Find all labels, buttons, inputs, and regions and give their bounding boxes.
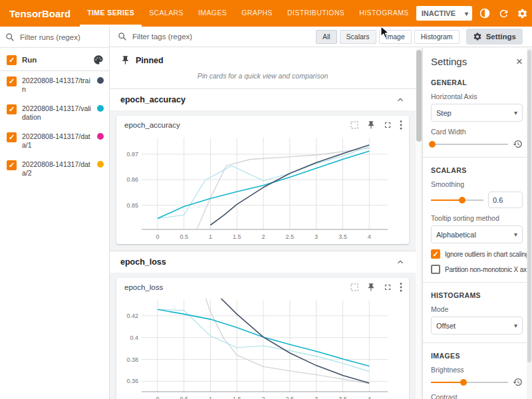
scrollbar-thumb[interactable]	[527, 50, 531, 362]
chip-image[interactable]: Image	[379, 30, 412, 44]
filter-tags-input[interactable]	[131, 32, 213, 41]
tooltip-sort-label: Tooltip sorting method	[431, 214, 523, 222]
chevron-up-icon[interactable]	[396, 257, 405, 267]
card-width-slider[interactable]	[431, 140, 508, 149]
pinned-title: Pinned	[136, 56, 164, 65]
svg-text:2: 2	[261, 233, 265, 240]
run-row-validation[interactable]: ✓ 20220808-141317/validation	[0, 99, 109, 127]
tab-graphs[interactable]: GRAPHS	[234, 0, 280, 27]
run-row-data1[interactable]: ✓ 20220808-141317/data/1	[0, 127, 109, 155]
run-color-dot	[97, 77, 104, 84]
pinned-empty-hint: Pin cards for a quick view and compariso…	[110, 68, 416, 88]
partition-x-label: Partition non-monotonic X axis	[445, 266, 531, 273]
chevron-down-icon: ▾	[514, 322, 517, 329]
section-header-epoch-loss[interactable]: epoch_loss	[110, 251, 416, 273]
pin-card-icon[interactable]	[366, 283, 376, 292]
fullscreen-icon[interactable]	[383, 283, 392, 292]
horizontal-axis-value: Step	[436, 109, 452, 117]
ignore-outliers-label: Ignore outliers in chart scaling	[445, 251, 529, 258]
section-title: epoch_accuracy	[120, 95, 186, 104]
card-width-row	[431, 139, 523, 149]
chevron-up-icon[interactable]	[396, 95, 405, 104]
reset-icon[interactable]	[513, 139, 523, 149]
ignore-outliers-checkbox[interactable]: ✓	[431, 249, 440, 259]
histograms-heading: HISTOGRAMS	[431, 291, 523, 299]
card-actions	[350, 120, 402, 130]
svg-text:1: 1	[209, 233, 212, 240]
scalar-card-epoch-accuracy: epoch_accuracy 00.511.522.533.540.850.86…	[116, 116, 409, 244]
pinned-header: Pinned	[110, 48, 416, 68]
run-label: 20220808-141317/train	[22, 76, 92, 94]
brightness-row	[431, 377, 523, 387]
filter-runs-row	[0, 27, 109, 48]
run-checkbox[interactable]: ✓	[7, 76, 17, 86]
more-options-icon[interactable]	[400, 283, 402, 292]
more-options-icon[interactable]	[400, 120, 402, 130]
card-title: epoch_accuracy	[124, 121, 180, 129]
gear-icon	[473, 32, 482, 41]
tooltip-sort-select[interactable]: Alphabetical ▾	[431, 225, 523, 243]
palette-icon[interactable]	[93, 55, 104, 65]
chip-scalars[interactable]: Scalars	[340, 30, 376, 44]
svg-text:3: 3	[315, 233, 318, 240]
tooltip-sort-value: Alphabetical	[436, 231, 476, 239]
scrollbar-thumb[interactable]	[416, 50, 422, 142]
tab-time-series[interactable]: TIME SERIES	[80, 0, 142, 27]
smoothing-label: Smoothing	[431, 180, 523, 188]
run-checkbox[interactable]: ✓	[7, 132, 17, 142]
epoch-loss-chart[interactable]: 00.511.522.533.540.360.380.40.42	[116, 293, 398, 399]
general-heading: GENERAL	[431, 78, 523, 86]
divider	[423, 157, 532, 158]
svg-text:2.5: 2.5	[286, 396, 295, 399]
pin-card-icon[interactable]	[366, 120, 376, 130]
svg-text:0.36: 0.36	[126, 378, 138, 384]
chip-all[interactable]: All	[316, 30, 337, 44]
run-row-data2[interactable]: ✓ 20220808-141317/data/2	[0, 155, 109, 183]
app-header: TensorBoard TIME SERIES SCALARS IMAGES G…	[0, 0, 532, 27]
brightness-slider[interactable]	[431, 378, 508, 387]
fit-to-data-icon[interactable]	[350, 283, 359, 292]
tab-scalars[interactable]: SCALARS	[142, 0, 191, 27]
refresh-icon[interactable]	[497, 7, 509, 19]
main-scrollbar[interactable]	[416, 48, 422, 399]
fit-to-data-icon[interactable]	[350, 120, 359, 130]
partition-x-checkbox[interactable]: ✓	[431, 265, 440, 274]
theme-toggle-icon[interactable]	[479, 7, 491, 19]
tab-images[interactable]: IMAGES	[191, 0, 234, 27]
data-status-dropdown[interactable]: INACTIVE ▾	[416, 6, 472, 21]
run-checkbox[interactable]: ✓	[7, 104, 17, 114]
tab-distributions[interactable]: DISTRIBUTIONS	[280, 0, 352, 27]
smoothing-value-input[interactable]: 0.6	[488, 192, 523, 208]
scalars-heading: SCALARS	[431, 166, 523, 174]
settings-title: Settings	[431, 56, 467, 67]
header-actions: INACTIVE ▾ ?	[416, 6, 532, 21]
horizontal-axis-select[interactable]: Step ▾	[431, 104, 523, 122]
svg-text:0: 0	[156, 233, 159, 240]
run-color-dot	[97, 133, 104, 140]
close-icon[interactable]: ×	[516, 56, 523, 67]
mode-label: Mode	[431, 305, 523, 313]
svg-text:0.38: 0.38	[126, 356, 138, 363]
select-all-runs-checkbox[interactable]: ✓	[7, 55, 17, 65]
search-icon	[5, 33, 15, 42]
run-row-train[interactable]: ✓ 20220808-141317/train	[0, 71, 109, 99]
section-header-epoch-accuracy[interactable]: epoch_accuracy	[110, 89, 416, 110]
fullscreen-icon[interactable]	[383, 120, 392, 130]
smoothing-slider[interactable]	[431, 196, 483, 205]
run-checkbox[interactable]: ✓	[7, 160, 17, 170]
svg-text:3.5: 3.5	[338, 233, 347, 240]
histogram-mode-select[interactable]: Offset ▾	[431, 317, 523, 334]
reset-icon[interactable]	[513, 377, 523, 387]
svg-text:1.5: 1.5	[233, 396, 241, 399]
svg-text:4: 4	[368, 396, 371, 399]
status-value: INACTIVE	[422, 9, 456, 17]
settings-scrollbar[interactable]	[527, 48, 532, 399]
filter-runs-input[interactable]	[19, 33, 101, 42]
chip-histogram[interactable]: Histogram	[414, 30, 460, 44]
run-label: 20220808-141317/data/2	[22, 160, 92, 178]
tab-histograms[interactable]: HISTOGRAMS	[352, 0, 416, 27]
epoch-accuracy-chart[interactable]: 00.511.522.533.540.850.860.87	[116, 131, 398, 244]
images-heading: IMAGES	[431, 352, 523, 360]
settings-button[interactable]: Settings	[466, 29, 523, 45]
gear-icon[interactable]	[516, 7, 528, 19]
